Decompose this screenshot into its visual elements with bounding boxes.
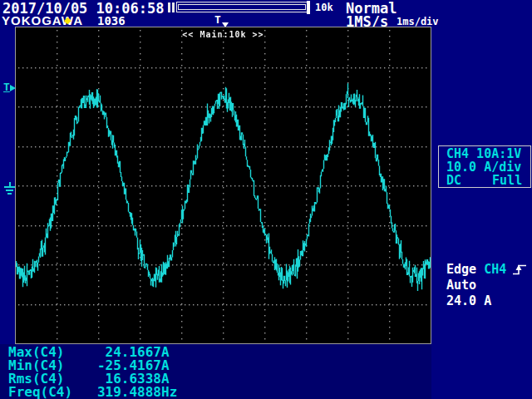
oscilloscope-screen: 2017/10/05 10:06:58 YOKOGAWA ◆ 1036 10k …: [0, 0, 532, 399]
memory-size-label: 10k: [315, 2, 333, 13]
main-window-label: << Main:10k >>: [16, 30, 431, 39]
acquisition-memory-bar: [168, 2, 316, 14]
trigger-level-arrow-icon: [10, 85, 16, 91]
memory-bar-cap-icon: [172, 2, 175, 12]
channel-coupling-label: DC: [446, 173, 461, 188]
memory-bar-frame: [176, 2, 308, 12]
measurement-label: Freq(C4): [8, 386, 85, 399]
trigger-source-label: CH4: [484, 262, 506, 278]
trigger-info-panel: Edge CH4 Auto 24.0 A: [446, 262, 527, 309]
channel-source-label: CH4 10A:1V: [446, 147, 530, 160]
trigger-level-value: 24.0 A: [446, 293, 527, 309]
channel-bandwidth-label: Full: [492, 173, 522, 188]
trigger-mode-auto-label: Auto: [446, 278, 527, 293]
trigger-type-label: Edge: [446, 262, 476, 278]
trigger-position-marker: T: [214, 13, 221, 26]
timebase-label: 1ms/div: [397, 16, 439, 27]
trigger-level-letter: T: [3, 81, 10, 93]
measurements-panel: Max(C4)24.1667A Min(C4)-25.4167A Rms(C4)…: [8, 346, 177, 399]
trigger-level-marker: T: [3, 81, 16, 92]
waveform-canvas: [16, 27, 431, 343]
brand-diamond-icon: ◆: [64, 12, 71, 27]
measurement-unit: Hz: [161, 386, 177, 399]
graticule: << Main:10k >>: [15, 27, 431, 344]
channel-info-panel: CH4 10A:1V 10.0 A/div DCFull: [438, 145, 531, 188]
model-number: 1036: [97, 14, 126, 27]
channel-scale-label: 10.0 A/div: [446, 160, 530, 174]
memory-bar-fill: [178, 4, 306, 10]
measurement-value: 319.4888: [85, 386, 161, 399]
rising-edge-icon: [512, 264, 527, 276]
measurement-row: Freq(C4)319.4888Hz: [8, 386, 177, 399]
memory-bar-cap-icon: [168, 2, 170, 12]
ground-marker-icon: [4, 182, 15, 195]
memory-position-cursor: [307, 1, 310, 14]
